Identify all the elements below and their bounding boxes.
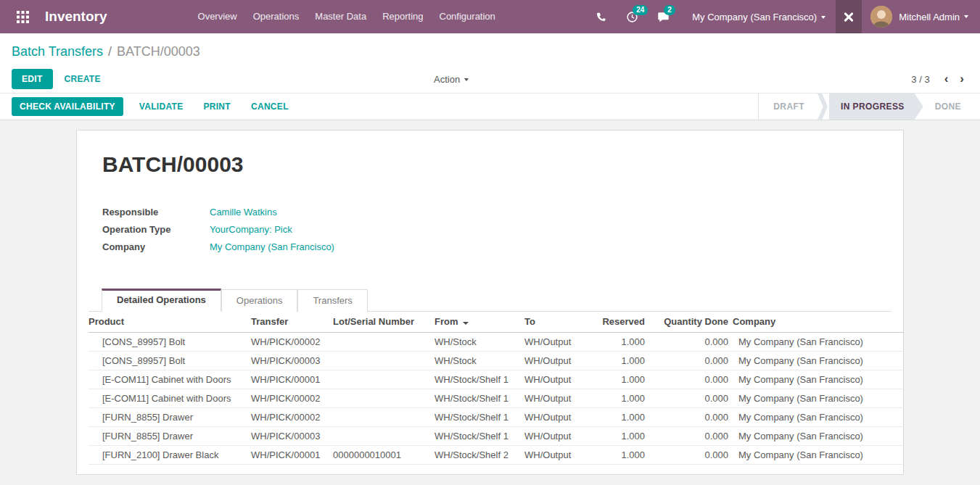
- pager-value[interactable]: 3 / 3: [911, 74, 929, 85]
- top-navbar: Inventory Overview Operations Master Dat…: [0, 0, 980, 33]
- topbar-menu-item[interactable]: Reporting: [374, 0, 431, 33]
- field-row: Company My Company (San Francisco): [102, 238, 903, 255]
- grid-icon: [17, 11, 29, 23]
- column-header[interactable]: Lot/Serial Number: [333, 312, 435, 332]
- field-label: Responsible: [102, 207, 210, 217]
- notebook-tab[interactable]: Detailed Operations: [102, 289, 221, 312]
- field-value-link[interactable]: My Company (San Francisco): [210, 241, 334, 252]
- pager-next-button[interactable]: ›: [954, 72, 970, 86]
- status-stage[interactable]: IN PROGRESS: [829, 94, 923, 120]
- stage-wrap: DONE: [923, 94, 973, 120]
- edit-button[interactable]: EDIT: [12, 69, 53, 89]
- messages-button[interactable]: 2: [648, 0, 679, 33]
- table-row[interactable]: [CONS_89957] Bolt WH/PICK/00003 WH/Stock…: [88, 351, 904, 370]
- field-value-link[interactable]: Camille Watkins: [210, 207, 277, 217]
- cell-from: WH/Stock/Shelf 1: [435, 407, 524, 426]
- cell-to: WH/Output: [524, 389, 597, 407]
- breadcrumb-parent-link[interactable]: Batch Transfers: [12, 44, 103, 59]
- cell-product: [FURN_8855] Drawer: [88, 426, 251, 445]
- form-view: BATCH/00003 Responsible Camille Watkins …: [0, 120, 980, 475]
- cell-from: WH/Stock/Shelf 1: [435, 389, 524, 407]
- chevron-down-icon: [464, 78, 469, 81]
- table-row[interactable]: [FURN_2100] Drawer Black WH/PICK/00001 0…: [88, 445, 904, 464]
- notebook-tab[interactable]: Transfers: [297, 289, 367, 312]
- table-row[interactable]: [E-COM11] Cabinet with Doors WH/PICK/000…: [88, 370, 904, 389]
- breadcrumb-current: BATCH/00003: [117, 44, 200, 59]
- statusbar-button[interactable]: CANCEL: [251, 101, 289, 112]
- statusbar: CHECK AVAILABILITY VALIDATE PRINT CANCEL…: [0, 93, 980, 120]
- cell-quantity-done: 0.000: [649, 426, 733, 445]
- column-header-label: Transfer: [251, 316, 288, 327]
- cell-to: WH/Output: [524, 407, 597, 426]
- cell-reserved: 1.000: [597, 426, 649, 445]
- user-menu[interactable]: Mitchell Admin: [862, 6, 980, 28]
- cell-reserved: 1.000: [597, 332, 649, 351]
- cell-quantity-done: 0.000: [649, 389, 733, 407]
- status-stage[interactable]: DRAFT: [762, 94, 816, 120]
- stage-arrow-icon: [818, 94, 828, 120]
- topbar-menu-item[interactable]: Master Data: [307, 0, 374, 33]
- pager-previous-button[interactable]: ‹: [939, 72, 955, 86]
- column-header-label: Product: [88, 316, 124, 327]
- statusbar-button[interactable]: VALIDATE: [139, 101, 184, 112]
- field-value-link[interactable]: YourCompany: Pick: [210, 224, 292, 235]
- cell-reserved: 1.000: [597, 351, 649, 370]
- cell-quantity-done: 0.000: [649, 445, 733, 464]
- statusbar-buttons: CHECK AVAILABILITY VALIDATE PRINT CANCEL: [12, 97, 309, 116]
- apps-grid-icon[interactable]: [12, 0, 33, 33]
- topbar-right-zone: 24 2 My Company (San Francisco): [586, 0, 980, 33]
- column-header[interactable]: Transfer: [251, 312, 333, 332]
- status-stage[interactable]: DONE: [923, 94, 973, 120]
- field-label: Operation Type: [102, 224, 210, 235]
- column-header[interactable]: Quantity Done: [649, 312, 733, 332]
- statusbar-button[interactable]: CHECK AVAILABILITY: [12, 97, 123, 116]
- notebook-tab[interactable]: Operations: [221, 289, 298, 312]
- cell-company: My Company (San Francisco): [733, 407, 904, 426]
- column-header[interactable]: Reserved: [597, 312, 649, 332]
- company-switcher[interactable]: My Company (San Francisco): [692, 12, 825, 22]
- statusbar-button[interactable]: PRINT: [203, 101, 231, 112]
- topbar-menu-item[interactable]: Operations: [245, 0, 308, 33]
- column-header-label: From: [435, 316, 458, 327]
- table-row[interactable]: [FURN_8855] Drawer WH/PICK/00002 WH/Stoc…: [88, 407, 904, 426]
- field-label: Company: [102, 241, 210, 252]
- column-header[interactable]: From: [435, 312, 524, 332]
- developer-tools-button[interactable]: [836, 0, 862, 33]
- column-header[interactable]: Product: [88, 312, 251, 332]
- cell-reserved: 1.000: [597, 389, 649, 407]
- cell-quantity-done: 0.000: [649, 370, 733, 389]
- table-row[interactable]: [FURN_8855] Drawer WH/PICK/00003 WH/Stoc…: [88, 426, 904, 445]
- notebook: Detailed Operations Operations Transfers: [88, 289, 892, 465]
- cell-quantity-done: 0.000: [649, 351, 733, 370]
- app-name-menu[interactable]: Inventory: [45, 9, 107, 25]
- user-name-label: Mitchell Admin: [899, 12, 960, 22]
- detailed-operations-table: Product Transfer Lot/Serial Number: [88, 312, 904, 465]
- column-header[interactable]: To: [524, 312, 597, 332]
- create-button[interactable]: CREATE: [65, 74, 101, 84]
- tab-bar: Detailed Operations Operations Transfers: [88, 289, 892, 312]
- cell-transfer: WH/PICK/00002: [251, 407, 333, 426]
- cell-product: [CONS_89957] Bolt: [88, 351, 251, 370]
- column-header[interactable]: Company: [733, 312, 904, 332]
- cell-transfer: WH/PICK/00001: [251, 445, 333, 464]
- table-header-row: Product Transfer Lot/Serial Number: [88, 312, 904, 332]
- cell-from: WH/Stock/Shelf 1: [435, 426, 524, 445]
- cell-transfer: WH/PICK/00002: [251, 332, 333, 351]
- action-menu[interactable]: Action: [434, 74, 469, 85]
- field-row: Operation Type YourCompany: Pick: [102, 220, 903, 238]
- field-row: Responsible Camille Watkins: [102, 203, 903, 220]
- topbar-menu-item[interactable]: Overview: [190, 0, 245, 33]
- table-row[interactable]: [CONS_89957] Bolt WH/PICK/00002 WH/Stock…: [88, 332, 904, 351]
- voip-phone-button[interactable]: [586, 0, 617, 33]
- activities-count-badge: 24: [633, 5, 648, 15]
- cell-lot-serial-number: [333, 332, 435, 351]
- table-row[interactable]: [E-COM11] Cabinet with Doors WH/PICK/000…: [88, 389, 904, 407]
- column-header-label: To: [524, 316, 535, 327]
- cell-reserved: 1.000: [597, 407, 649, 426]
- topbar-menu-item[interactable]: Configuration: [432, 0, 503, 33]
- cell-reserved: 1.000: [597, 445, 649, 464]
- cell-product: [E-COM11] Cabinet with Doors: [88, 389, 251, 407]
- activities-button[interactable]: 24: [617, 0, 648, 33]
- cell-quantity-done: 0.000: [649, 332, 733, 351]
- column-header-label: Reserved: [602, 316, 645, 327]
